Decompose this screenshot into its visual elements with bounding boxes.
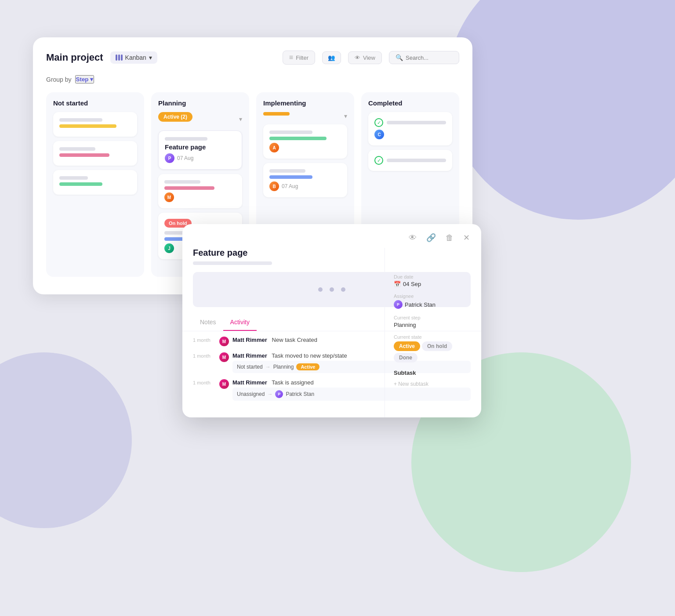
search-input[interactable] [406, 54, 450, 61]
column-completed-title: Completed [368, 99, 452, 107]
card[interactable]: M [158, 174, 242, 208]
link-icon: 🔗 [426, 233, 436, 242]
implementing-bar [263, 112, 290, 116]
close-icon: ✕ [463, 233, 470, 242]
detail-view-button[interactable]: 👁 [406, 232, 419, 244]
card[interactable]: ✓ [368, 150, 452, 171]
trash-icon: 🗑 [446, 233, 454, 242]
card-line [164, 186, 214, 190]
activity-avatar: M [219, 337, 229, 346]
card-line [59, 182, 102, 186]
activity-action: Task is assigned [272, 379, 313, 386]
implementing-header-row: ▾ [263, 112, 347, 120]
avatar: P [165, 153, 174, 163]
current-state-field: Current state Active On hold Done [394, 334, 472, 362]
arrow-right-icon: → [265, 364, 271, 370]
card-meta: B 07 Aug [269, 181, 341, 191]
card-line [59, 176, 88, 180]
step-label: Step [76, 76, 89, 83]
due-date-value: 📅 04 Sep [394, 281, 472, 287]
detail-img-dot [330, 287, 334, 292]
search-icon: 🔍 [396, 54, 403, 61]
feature-page-card[interactable]: Feature page P 07 Aug [158, 130, 242, 170]
from-step: Not started [237, 364, 263, 370]
to-step: Planning [273, 364, 294, 370]
search-bar: 🔍 [389, 51, 459, 64]
state-done-button[interactable]: Done [394, 353, 417, 362]
bg-circle-left [0, 352, 132, 528]
tab-notes[interactable]: Notes [193, 314, 223, 331]
tab-activity[interactable]: Activity [223, 314, 257, 331]
due-date-label: Due date [394, 274, 472, 279]
from-assignee: Unassigned [237, 391, 265, 397]
card-line [269, 169, 305, 173]
group-by-label: Group by [46, 76, 72, 83]
activity-avatar: M [219, 352, 229, 362]
card[interactable] [53, 170, 137, 195]
card-line [59, 153, 109, 157]
column-planning-title: Planning [158, 99, 242, 107]
filter-button[interactable]: ≡ Filter [283, 51, 315, 65]
avatar: A [269, 143, 279, 152]
subtask-section: Subtask + New subtask [394, 370, 472, 388]
card-line [387, 121, 446, 124]
project-title: Main project [46, 52, 103, 63]
assignee-avatar: P [275, 390, 283, 398]
people-icon: 👥 [328, 54, 335, 61]
activity-user: Matt Rimmer [232, 352, 267, 359]
detail-sidebar: Due date 📅 04 Sep Assignee P Patrick Sta… [385, 248, 481, 417]
assignee-label: Assignee [394, 294, 472, 299]
activity-avatar: M [219, 379, 229, 389]
members-button[interactable]: 👥 [322, 51, 341, 64]
detail-delete-button[interactable]: 🗑 [443, 232, 456, 244]
subtask-label: Subtask [394, 370, 472, 376]
chevron-down-icon: ▾ [149, 54, 152, 61]
card[interactable] [53, 112, 137, 137]
arrow-right-icon: → [267, 391, 272, 397]
activity-user: Matt Rimmer [232, 337, 267, 343]
current-step-field: Current step Planning [394, 315, 472, 328]
detail-close-button[interactable]: ✕ [461, 231, 472, 244]
kanban-icon [116, 54, 123, 61]
card-meta: A [269, 143, 341, 152]
current-step-label: Current step [394, 315, 472, 320]
card[interactable]: A [263, 124, 347, 159]
current-step-value: Planning [394, 322, 472, 328]
card-meta: P 07 Aug [165, 153, 236, 163]
card-line [164, 180, 200, 184]
check-icon: ✓ [374, 156, 383, 165]
card-title: Feature page [165, 143, 236, 151]
detail-body: Feature page Notes Activity 1 month M [182, 248, 481, 417]
bg-circle-purple [446, 0, 675, 220]
kanban-header: Main project Kanban ▾ ≡ Filter 👥 👁 View … [46, 51, 459, 65]
avatar: B [269, 181, 279, 191]
card-line [59, 147, 95, 151]
assignee-field: Assignee P Patrick Stan [394, 294, 472, 309]
assignee-value: P Patrick Stan [394, 300, 472, 309]
new-subtask-button[interactable]: + New subtask [394, 381, 428, 387]
card-line [59, 124, 116, 128]
kanban-view-button[interactable]: Kanban ▾ [110, 51, 157, 64]
state-active-button[interactable]: Active [394, 341, 420, 351]
state-onhold-button[interactable]: On hold [422, 341, 452, 351]
detail-link-button[interactable]: 🔗 [424, 231, 439, 244]
filter-label: Filter [296, 54, 308, 61]
state-buttons: Active On hold Done [394, 341, 472, 362]
due-date-field: Due date 📅 04 Sep [394, 274, 472, 287]
active-badge: Active (2) [158, 112, 192, 122]
check-icon: ✓ [374, 118, 383, 127]
activity-time: 1 month [193, 352, 216, 359]
filter-icon: ≡ [289, 54, 293, 62]
group-by-step-button[interactable]: Step ▾ [75, 75, 94, 83]
activity-user: Matt Rimmer [232, 379, 267, 386]
card-line [59, 118, 102, 122]
detail-panel: 👁 🔗 🗑 ✕ Feature page Notes Act [182, 224, 481, 417]
chevron-down-icon: ▾ [344, 112, 347, 120]
view-button[interactable]: 👁 View [348, 51, 382, 64]
card[interactable]: ✓ C [368, 112, 452, 145]
card[interactable]: B 07 Aug [263, 163, 347, 197]
current-state-label: Current state [394, 334, 472, 340]
card[interactable] [53, 141, 137, 166]
card-date: 07 Aug [177, 155, 193, 161]
calendar-icon: 📅 [394, 281, 401, 287]
